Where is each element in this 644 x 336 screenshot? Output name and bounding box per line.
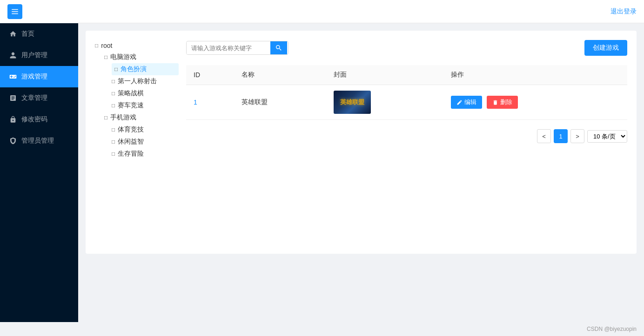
article-icon [9, 94, 17, 102]
tree-fps-label: 第一人称射击 [118, 77, 157, 86]
sidebar-item-user-management[interactable]: 用户管理 [0, 45, 78, 66]
tree-strategy-label: 策略战棋 [118, 89, 144, 98]
menu-toggle-button[interactable] [7, 4, 22, 19]
delete-button[interactable]: 删除 [487, 96, 518, 109]
svg-rect-2 [12, 13, 18, 14]
tree-node-sports[interactable]: □ 体育竞技 [112, 124, 179, 136]
prev-page-button[interactable]: < [537, 129, 551, 143]
content-area: □ root □ 电脑游戏 □ 角色扮演 □ [78, 23, 644, 322]
tree-node-mobile-games[interactable]: □ 手机游戏 [104, 112, 179, 124]
menu-icon [11, 7, 19, 16]
footer: CSDN @biyezuopin [0, 322, 644, 336]
tree-mobile-games-label: 手机游戏 [110, 113, 136, 122]
col-header-cover: 封面 [326, 65, 443, 85]
search-input[interactable] [187, 42, 270, 54]
sidebar-item-game-management[interactable]: 游戏管理 [0, 66, 78, 87]
tree-leaf-icon-survival: □ [112, 151, 115, 157]
tree-node-casual[interactable]: □ 休闲益智 [112, 136, 179, 148]
logout-link[interactable]: 退出登录 [610, 7, 637, 16]
tree-leaf-icon: □ [114, 66, 118, 72]
game-icon [9, 73, 17, 80]
sidebar-item-user-label: 用户管理 [21, 51, 47, 59]
tree-node-root[interactable]: □ root [95, 40, 179, 51]
sidebar-item-article-management[interactable]: 文章管理 [0, 87, 78, 109]
content-panel: □ root □ 电脑游戏 □ 角色扮演 □ [86, 31, 637, 254]
create-game-button[interactable]: 创建游戏 [584, 40, 627, 56]
lock-icon [9, 116, 17, 123]
page-size-select[interactable]: 10 条/页 [587, 130, 627, 143]
sidebar-item-home-label: 首页 [21, 30, 34, 38]
page-1-button[interactable]: 1 [554, 129, 568, 143]
tree-sports-label: 体育竞技 [118, 125, 144, 134]
tree-rpg-label: 角色扮演 [121, 65, 147, 73]
svg-rect-0 [12, 9, 18, 10]
sidebar-item-change-password[interactable]: 修改密码 [0, 109, 78, 130]
table-row: 1 英雄联盟 英雄联盟 编辑 [186, 85, 627, 120]
tree-node-rpg[interactable]: □ 角色扮演 [112, 63, 179, 75]
user-icon [9, 52, 17, 59]
table-header-row: ID 名称 封面 操作 [186, 65, 627, 85]
cell-name: 英雄联盟 [234, 85, 326, 120]
search-button[interactable] [270, 41, 287, 54]
col-header-actions: 操作 [443, 65, 627, 85]
sidebar-item-admin-label: 管理员管理 [21, 137, 54, 145]
delete-label: 删除 [500, 98, 512, 106]
home-icon [9, 30, 17, 38]
top-header: 退出登录 [0, 0, 644, 23]
sidebar-item-admin-management[interactable]: 管理员管理 [0, 130, 78, 152]
search-icon [275, 44, 282, 52]
sidebar-item-article-label: 文章管理 [21, 94, 47, 102]
col-header-id: ID [186, 65, 234, 85]
tree-leaf-icon-strategy: □ [112, 90, 115, 97]
tree-node-survival[interactable]: □ 生存冒险 [112, 148, 179, 160]
tree-racing-label: 赛车竞速 [118, 101, 144, 110]
tree-casual-label: 休闲益智 [118, 138, 144, 146]
sidebar-item-password-label: 修改密码 [21, 115, 47, 124]
edit-button[interactable]: 编辑 [451, 96, 482, 109]
tree-leaf-icon-racing: □ [112, 102, 115, 109]
edit-icon [456, 99, 463, 105]
tree-mobile-expand-icon: □ [104, 114, 107, 121]
admin-icon [9, 137, 17, 145]
cell-actions: 编辑 删除 [443, 85, 627, 120]
sidebar-item-game-label: 游戏管理 [21, 72, 47, 81]
tree-node-fps[interactable]: □ 第一人称射击 [112, 75, 179, 87]
main-layout: 首页 用户管理 游戏管理 文章管理 修改密码 管理员管理 [0, 23, 644, 322]
sidebar: 首页 用户管理 游戏管理 文章管理 修改密码 管理员管理 [0, 23, 78, 322]
tree-leaf-icon-fps: □ [112, 78, 115, 85]
games-table: ID 名称 封面 操作 1 英雄联盟 英雄联盟 [186, 65, 627, 120]
col-header-name: 名称 [234, 65, 326, 85]
next-page-button[interactable]: > [570, 129, 584, 143]
tree-section: □ root □ 电脑游戏 □ 角色扮演 □ [95, 40, 179, 244]
search-bar: 创建游戏 [186, 40, 627, 56]
right-content: 创建游戏 ID 名称 封面 操作 1 [186, 40, 627, 244]
tree-leaf-icon-casual: □ [112, 138, 115, 145]
pagination: < 1 > 10 条/页 [186, 129, 627, 143]
delete-icon [492, 99, 498, 105]
cell-cover: 英雄联盟 [326, 85, 443, 120]
sidebar-item-home[interactable]: 首页 [0, 23, 78, 45]
tree-root-label: root [101, 42, 112, 49]
tree-survival-label: 生存冒险 [118, 150, 144, 158]
tree-node-strategy[interactable]: □ 策略战棋 [112, 87, 179, 99]
tree-leaf-icon-sports: □ [112, 126, 115, 133]
edit-label: 编辑 [464, 98, 476, 106]
tree-collapse-icon: □ [104, 54, 107, 60]
game-cover-text: 英雄联盟 [340, 99, 364, 106]
search-input-wrap [186, 41, 288, 55]
footer-credit: CSDN @biyezuopin [587, 326, 637, 332]
tree-node-racing[interactable]: □ 赛车竞速 [112, 99, 179, 112]
svg-rect-1 [12, 11, 18, 12]
tree-pc-games-label: 电脑游戏 [110, 53, 136, 61]
tree-node-pc-games[interactable]: □ 电脑游戏 [104, 51, 179, 63]
game-cover-image: 英雄联盟 [334, 91, 371, 114]
tree-expand-icon: □ [95, 42, 98, 49]
cell-id: 1 [186, 85, 234, 120]
